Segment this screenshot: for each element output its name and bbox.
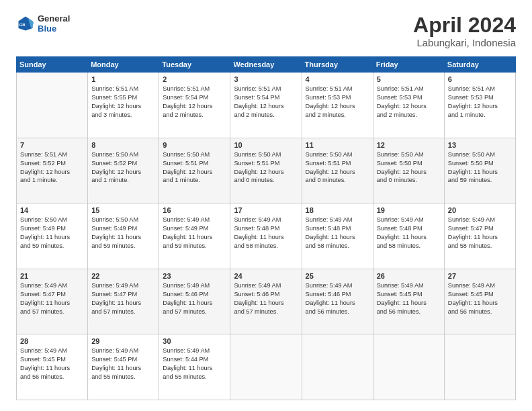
calendar-cell: 13Sunrise: 5:50 AMSunset: 5:50 PMDayligh… — [444, 138, 515, 203]
calendar-cell: 14Sunrise: 5:50 AMSunset: 5:49 PMDayligh… — [17, 203, 88, 269]
svg-text:GB: GB — [19, 22, 26, 27]
calendar-cell: 28Sunrise: 5:49 AMSunset: 5:45 PMDayligh… — [17, 334, 88, 400]
calendar-cell: 19Sunrise: 5:49 AMSunset: 5:48 PMDayligh… — [373, 203, 444, 269]
calendar-cell: 30Sunrise: 5:49 AMSunset: 5:44 PMDayligh… — [159, 334, 230, 400]
calendar-cell: 15Sunrise: 5:50 AMSunset: 5:49 PMDayligh… — [88, 203, 159, 269]
calendar-table: SundayMondayTuesdayWednesdayThursdayFrid… — [16, 56, 516, 400]
week-row-2: 7Sunrise: 5:51 AMSunset: 5:52 PMDaylight… — [17, 138, 516, 203]
col-header-friday: Friday — [373, 57, 444, 73]
day-number: 26 — [377, 272, 441, 280]
day-number: 30 — [163, 337, 226, 345]
day-number: 22 — [91, 272, 155, 280]
calendar-cell: 12Sunrise: 5:50 AMSunset: 5:50 PMDayligh… — [373, 138, 444, 203]
calendar-cell: 17Sunrise: 5:49 AMSunset: 5:48 PMDayligh… — [230, 203, 302, 269]
day-info: Sunrise: 5:49 AMSunset: 5:47 PMDaylight:… — [20, 281, 84, 316]
day-info: Sunrise: 5:51 AMSunset: 5:55 PMDaylight:… — [91, 85, 155, 120]
calendar-cell: 21Sunrise: 5:49 AMSunset: 5:47 PMDayligh… — [17, 269, 88, 334]
day-info: Sunrise: 5:49 AMSunset: 5:48 PMDaylight:… — [377, 216, 441, 250]
calendar-cell: 1Sunrise: 5:51 AMSunset: 5:55 PMDaylight… — [88, 73, 159, 138]
col-header-tuesday: Tuesday — [159, 57, 230, 73]
calendar-cell: 5Sunrise: 5:51 AMSunset: 5:53 PMDaylight… — [373, 73, 444, 138]
col-header-saturday: Saturday — [444, 57, 515, 73]
day-number: 2 — [163, 75, 226, 83]
day-number: 21 — [20, 272, 84, 280]
day-number: 3 — [234, 75, 298, 83]
day-number: 7 — [20, 141, 84, 149]
calendar-cell: 10Sunrise: 5:50 AMSunset: 5:51 PMDayligh… — [230, 138, 302, 203]
calendar-cell — [373, 334, 444, 400]
logo-blue: Blue — [38, 24, 70, 34]
day-info: Sunrise: 5:49 AMSunset: 5:48 PMDaylight:… — [306, 216, 369, 250]
day-info: Sunrise: 5:50 AMSunset: 5:51 PMDaylight:… — [306, 150, 369, 185]
day-info: Sunrise: 5:51 AMSunset: 5:53 PMDaylight:… — [306, 85, 369, 120]
calendar-cell: 2Sunrise: 5:51 AMSunset: 5:54 PMDaylight… — [159, 73, 230, 138]
header-row: SundayMondayTuesdayWednesdayThursdayFrid… — [17, 57, 516, 73]
col-header-thursday: Thursday — [302, 57, 373, 73]
day-number: 1 — [91, 75, 155, 83]
day-info: Sunrise: 5:50 AMSunset: 5:50 PMDaylight:… — [448, 150, 512, 185]
calendar-cell: 7Sunrise: 5:51 AMSunset: 5:52 PMDaylight… — [17, 138, 88, 203]
calendar-cell: 18Sunrise: 5:49 AMSunset: 5:48 PMDayligh… — [302, 203, 373, 269]
day-info: Sunrise: 5:49 AMSunset: 5:49 PMDaylight:… — [163, 216, 226, 250]
day-number: 27 — [448, 272, 512, 280]
day-info: Sunrise: 5:51 AMSunset: 5:54 PMDaylight:… — [163, 85, 226, 120]
day-info: Sunrise: 5:49 AMSunset: 5:48 PMDaylight:… — [234, 216, 298, 250]
day-number: 10 — [234, 141, 298, 149]
day-info: Sunrise: 5:51 AMSunset: 5:52 PMDaylight:… — [20, 150, 84, 185]
day-number: 25 — [306, 272, 369, 280]
day-number: 4 — [306, 75, 369, 83]
col-header-monday: Monday — [88, 57, 159, 73]
day-info: Sunrise: 5:50 AMSunset: 5:51 PMDaylight:… — [163, 150, 226, 185]
calendar-cell: 6Sunrise: 5:51 AMSunset: 5:53 PMDaylight… — [444, 73, 515, 138]
calendar-cell: 25Sunrise: 5:49 AMSunset: 5:46 PMDayligh… — [302, 269, 373, 334]
calendar-cell: 20Sunrise: 5:49 AMSunset: 5:47 PMDayligh… — [444, 203, 515, 269]
day-info: Sunrise: 5:49 AMSunset: 5:47 PMDaylight:… — [448, 216, 512, 250]
day-info: Sunrise: 5:49 AMSunset: 5:45 PMDaylight:… — [448, 281, 512, 316]
title-block: April 2024 Labungkari, Indonesia — [413, 13, 516, 48]
header: GB General Blue April 2024 Labungkari, I… — [16, 13, 516, 48]
logo: GB General Blue — [16, 13, 70, 34]
day-info: Sunrise: 5:51 AMSunset: 5:54 PMDaylight:… — [234, 85, 298, 120]
day-number: 17 — [234, 206, 298, 214]
title-month: April 2024 — [413, 13, 516, 37]
day-number: 13 — [448, 141, 512, 149]
calendar-cell: 16Sunrise: 5:49 AMSunset: 5:49 PMDayligh… — [159, 203, 230, 269]
day-info: Sunrise: 5:50 AMSunset: 5:49 PMDaylight:… — [20, 216, 84, 250]
day-number: 8 — [91, 141, 155, 149]
day-info: Sunrise: 5:50 AMSunset: 5:52 PMDaylight:… — [91, 150, 155, 185]
logo-icon: GB — [16, 14, 35, 33]
calendar-cell: 9Sunrise: 5:50 AMSunset: 5:51 PMDaylight… — [159, 138, 230, 203]
day-number: 19 — [377, 206, 441, 214]
calendar-cell — [230, 334, 302, 400]
week-row-3: 14Sunrise: 5:50 AMSunset: 5:49 PMDayligh… — [17, 203, 516, 269]
calendar-cell: 22Sunrise: 5:49 AMSunset: 5:47 PMDayligh… — [88, 269, 159, 334]
week-row-4: 21Sunrise: 5:49 AMSunset: 5:47 PMDayligh… — [17, 269, 516, 334]
day-number: 18 — [306, 206, 369, 214]
calendar-cell — [17, 73, 88, 138]
day-number: 23 — [163, 272, 226, 280]
day-info: Sunrise: 5:49 AMSunset: 5:47 PMDaylight:… — [91, 281, 155, 316]
page: GB General Blue April 2024 Labungkari, I… — [0, 0, 532, 411]
calendar-cell: 27Sunrise: 5:49 AMSunset: 5:45 PMDayligh… — [444, 269, 515, 334]
day-info: Sunrise: 5:49 AMSunset: 5:45 PMDaylight:… — [91, 347, 155, 381]
calendar-cell: 24Sunrise: 5:49 AMSunset: 5:46 PMDayligh… — [230, 269, 302, 334]
day-number: 5 — [377, 75, 441, 83]
day-info: Sunrise: 5:49 AMSunset: 5:46 PMDaylight:… — [234, 281, 298, 316]
day-number: 11 — [306, 141, 369, 149]
day-number: 29 — [91, 337, 155, 345]
day-info: Sunrise: 5:49 AMSunset: 5:46 PMDaylight:… — [163, 281, 226, 316]
calendar-cell: 26Sunrise: 5:49 AMSunset: 5:45 PMDayligh… — [373, 269, 444, 334]
calendar-cell: 3Sunrise: 5:51 AMSunset: 5:54 PMDaylight… — [230, 73, 302, 138]
calendar-cell — [302, 334, 373, 400]
day-info: Sunrise: 5:49 AMSunset: 5:44 PMDaylight:… — [163, 347, 226, 381]
day-number: 24 — [234, 272, 298, 280]
calendar-cell: 29Sunrise: 5:49 AMSunset: 5:45 PMDayligh… — [88, 334, 159, 400]
day-info: Sunrise: 5:51 AMSunset: 5:53 PMDaylight:… — [377, 85, 441, 120]
day-number: 20 — [448, 206, 512, 214]
day-info: Sunrise: 5:50 AMSunset: 5:51 PMDaylight:… — [234, 150, 298, 185]
day-info: Sunrise: 5:49 AMSunset: 5:45 PMDaylight:… — [377, 281, 441, 316]
day-number: 6 — [448, 75, 512, 83]
week-row-5: 28Sunrise: 5:49 AMSunset: 5:45 PMDayligh… — [17, 334, 516, 400]
day-number: 16 — [163, 206, 226, 214]
week-row-1: 1Sunrise: 5:51 AMSunset: 5:55 PMDaylight… — [17, 73, 516, 138]
